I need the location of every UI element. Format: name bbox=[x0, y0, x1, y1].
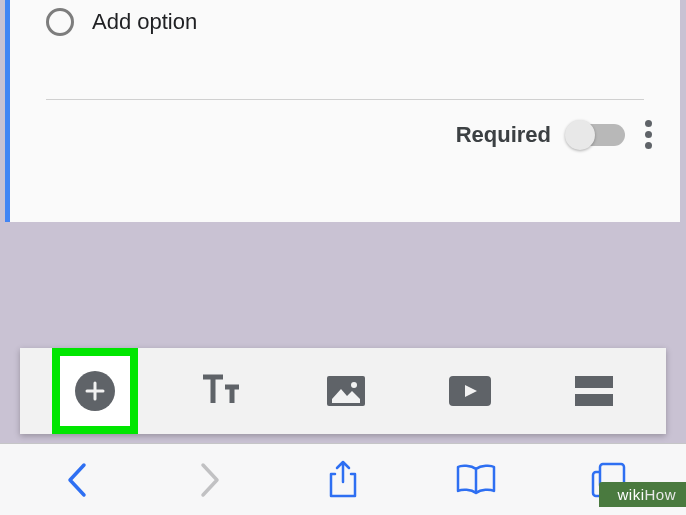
text-icon bbox=[201, 373, 243, 409]
add-option-label: Add option bbox=[92, 9, 197, 35]
share-button[interactable] bbox=[313, 455, 373, 505]
form-toolbar bbox=[20, 348, 666, 434]
share-icon bbox=[327, 460, 359, 500]
add-section-button[interactable] bbox=[554, 351, 634, 431]
watermark-prefix: wiki bbox=[617, 486, 644, 503]
forward-button[interactable] bbox=[180, 455, 240, 505]
safari-bottom-bar bbox=[0, 443, 686, 515]
watermark-suffix: How bbox=[644, 486, 676, 503]
chevron-right-icon bbox=[199, 462, 221, 498]
book-icon bbox=[455, 463, 497, 497]
image-icon bbox=[327, 376, 365, 406]
required-label: Required bbox=[456, 122, 551, 148]
back-button[interactable] bbox=[47, 455, 107, 505]
toggle-knob bbox=[565, 120, 595, 150]
required-row: Required bbox=[10, 100, 680, 149]
required-toggle[interactable] bbox=[567, 124, 625, 146]
add-title-button[interactable] bbox=[182, 351, 262, 431]
chevron-left-icon bbox=[66, 462, 88, 498]
bookmarks-button[interactable] bbox=[446, 455, 506, 505]
plus-circle-icon bbox=[75, 371, 115, 411]
video-icon bbox=[449, 376, 491, 406]
more-menu-icon[interactable] bbox=[641, 120, 656, 149]
svg-rect-4 bbox=[575, 394, 613, 406]
section-icon bbox=[575, 376, 613, 406]
toolbar-highlight bbox=[52, 348, 138, 434]
radio-icon bbox=[46, 8, 74, 36]
form-question-panel: Add option Required bbox=[5, 0, 680, 222]
add-image-button[interactable] bbox=[306, 351, 386, 431]
add-video-button[interactable] bbox=[430, 351, 510, 431]
add-option-row[interactable]: Add option bbox=[10, 0, 680, 44]
svg-point-1 bbox=[351, 382, 357, 388]
svg-rect-3 bbox=[575, 376, 613, 388]
add-question-button[interactable] bbox=[60, 351, 130, 431]
watermark: wikiHow bbox=[599, 482, 686, 507]
